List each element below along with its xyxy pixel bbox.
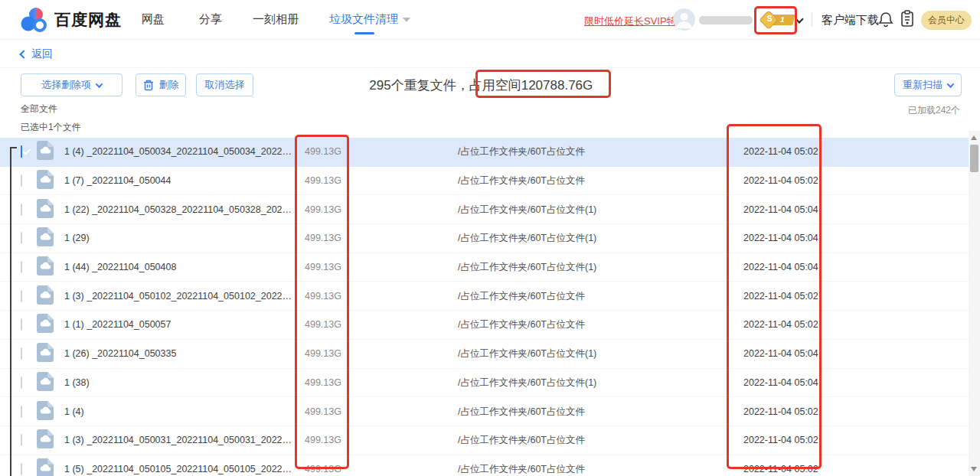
username-redacted <box>699 16 753 24</box>
file-row[interactable]: 1 (1) _20221104_050057 499.13G /占位工作文件夹/… <box>0 311 969 340</box>
file-size: 499.13G <box>305 146 341 157</box>
file-size: 499.13G <box>305 175 341 186</box>
file-path: /占位工作文件夹/60T占位文件(1) <box>458 261 596 274</box>
row-checkbox[interactable] <box>21 406 22 417</box>
back-label: 返回 <box>31 47 53 61</box>
top-header: 百度网盘 网盘 分享 一刻相册 垃圾文件清理 限时低价延长SVIP特权 1 S … <box>0 0 980 40</box>
back-bar: 返回 <box>0 41 980 68</box>
rescan-button[interactable]: 重新扫描 <box>894 73 962 96</box>
file-row[interactable]: 1 (44) _20221104_050408 499.13G /占位工作文件夹… <box>0 253 969 282</box>
nav-junk-file-clean[interactable]: 垃圾文件清理 <box>329 12 410 27</box>
file-name: 1 (22) _20221104_050328_20221104_050328_… <box>64 204 294 215</box>
file-row[interactable]: 1 (7) _20221104_050044 499.13G /占位工作文件夹/… <box>0 167 969 196</box>
row-checkbox[interactable] <box>21 319 22 330</box>
file-row[interactable]: 1 (29) 499.13G /占位工作文件夹/60T占位文件(1) 2022-… <box>0 224 969 253</box>
file-name: 1 (3) _20221104_050031_20221104_050031_2… <box>64 435 294 445</box>
back-button[interactable]: 返回 <box>21 47 53 61</box>
scroll-up-arrow-icon[interactable] <box>971 135 977 140</box>
baidu-netdisk-logo[interactable]: 百度网盘 <box>20 7 122 33</box>
row-checkbox[interactable] <box>21 377 22 388</box>
file-row[interactable]: 1 (38) 499.13G /占位工作文件夹/60T占位文件(1) 2022-… <box>0 369 969 398</box>
row-checkbox[interactable] <box>21 175 22 186</box>
active-tab-underline <box>354 32 374 34</box>
file-name: 1 (5) _20221104_050105_20221104_050105_2… <box>64 464 294 474</box>
row-checkbox[interactable] <box>21 146 22 157</box>
file-name: 1 (7) _20221104_050044 <box>64 175 171 186</box>
file-size: 499.13G <box>305 348 341 359</box>
nav-share[interactable]: 分享 <box>199 12 222 27</box>
nav-moments-album[interactable]: 一刻相册 <box>253 12 299 27</box>
file-size: 499.13G <box>305 406 341 417</box>
delete-button[interactable]: 删除 <box>136 73 186 96</box>
clipboard-icon[interactable] <box>900 10 914 31</box>
file-path: /占位工作文件夹/60T占位文件(1) <box>458 232 596 245</box>
chevron-down-icon <box>96 80 103 88</box>
file-type-icon <box>37 458 54 476</box>
nav-junk-file-clean-label: 垃圾文件清理 <box>329 12 398 25</box>
duplicate-summary: 295个重复文件，占用空间120788.76G <box>369 77 593 94</box>
file-path: /占位工作文件夹/60T占位文件(1) <box>458 347 596 360</box>
file-size: 499.13G <box>305 319 341 330</box>
file-row[interactable]: 1 (3) _20221104_050031_20221104_050031_2… <box>0 426 969 455</box>
select-delete-items-label: 选择删除项 <box>41 78 91 92</box>
row-checkbox[interactable] <box>21 464 22 474</box>
file-date: 2022-11-04 05:04 <box>743 204 818 215</box>
chevron-down-icon <box>403 18 410 22</box>
file-row[interactable]: 1 (4) _20221104_050034_20221104_050034_2… <box>0 138 969 167</box>
account-chevron-down-icon[interactable] <box>795 15 803 23</box>
file-date: 2022-11-04 05:02 <box>743 291 818 302</box>
file-path: /占位工作文件夹/60T占位文件(1) <box>458 203 596 216</box>
summary-space-used: 占用空间120788.76G <box>469 78 593 93</box>
file-name: 1 (44) _20221104_050408 <box>64 262 176 272</box>
row-checkbox[interactable] <box>21 204 22 215</box>
file-size: 499.13G <box>305 464 341 474</box>
svip-promo-link[interactable]: 限时低价延长SVIP特权 <box>584 15 687 28</box>
nav-netdisk[interactable]: 网盘 <box>142 12 165 27</box>
selected-count-label: 已选中1个文件 <box>21 121 81 134</box>
file-name: 1 (29) <box>64 233 90 243</box>
file-path: /占位工作文件夹/60T占位文件 <box>458 318 585 331</box>
vip-s-icon: S <box>759 10 778 29</box>
all-files-label: 全部文件 <box>21 103 57 116</box>
scroll-down-arrow-icon[interactable] <box>971 467 977 471</box>
file-path: /占位工作文件夹/60T占位文件 <box>458 174 585 187</box>
delete-label: 删除 <box>159 78 179 92</box>
avatar[interactable] <box>673 8 695 31</box>
file-date: 2022-11-04 05:04 <box>743 377 818 388</box>
svip-level-badge[interactable]: 1 S <box>762 13 795 27</box>
file-size: 499.13G <box>305 262 341 272</box>
client-download-link[interactable]: 客户端下载 <box>822 13 879 28</box>
file-path: /占位工作文件夹/60T占位文件 <box>458 289 585 302</box>
file-type-icon <box>37 227 54 249</box>
file-row[interactable]: 1 (22) _20221104_050328_20221104_050328_… <box>0 195 969 224</box>
file-path: /占位工作文件夹/60T占位文件 <box>458 145 585 158</box>
notification-bell-icon[interactable] <box>878 11 893 31</box>
select-delete-items-button[interactable]: 选择删除项 <box>21 73 122 96</box>
row-checkbox[interactable] <box>21 435 22 445</box>
file-type-icon <box>37 343 54 364</box>
row-checkbox[interactable] <box>21 348 22 359</box>
file-size: 499.13G <box>305 435 341 445</box>
file-type-icon <box>37 141 54 162</box>
vertical-scrollbar[interactable] <box>969 131 980 476</box>
file-row[interactable]: 1 (26) _20221104_050335 499.13G /占位工作文件夹… <box>0 340 969 369</box>
file-name: 1 (26) _20221104_050335 <box>64 348 176 359</box>
file-type-icon <box>37 401 54 422</box>
file-row[interactable]: 1 (4) 499.13G /占位工作文件夹/60T占位文件 2022-11-0… <box>0 397 969 426</box>
file-row[interactable]: 1 (5) _20221104_050105_20221104_050105_2… <box>0 455 969 476</box>
brand-title: 百度网盘 <box>54 9 122 31</box>
file-name: 1 (1) _20221104_050057 <box>64 319 171 330</box>
row-checkbox[interactable] <box>21 233 22 243</box>
file-row[interactable]: 1 (3) _20221104_050102_20221104_050102_2… <box>0 282 969 311</box>
scrollbar-thumb[interactable] <box>970 145 978 172</box>
logo-icon <box>20 7 49 33</box>
file-type-icon <box>37 314 54 335</box>
member-center-button[interactable]: 会员中心 <box>921 11 972 30</box>
file-name: 1 (3) _20221104_050102_20221104_050102_2… <box>64 291 294 302</box>
file-name: 1 (38) <box>64 377 90 388</box>
cancel-selection-button[interactable]: 取消选择 <box>196 73 253 96</box>
file-size: 499.13G <box>305 377 341 388</box>
row-checkbox[interactable] <box>21 291 22 302</box>
file-type-icon <box>37 372 54 393</box>
row-checkbox[interactable] <box>21 262 22 272</box>
